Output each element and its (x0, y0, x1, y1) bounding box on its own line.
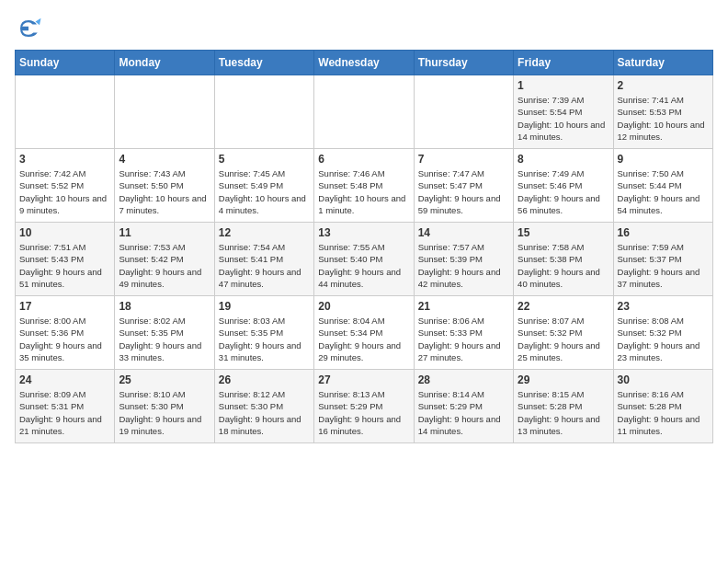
day-number: 2 (618, 79, 709, 92)
day-cell: 9Sunrise: 7:50 AM Sunset: 5:44 PM Daylig… (613, 149, 712, 223)
day-cell: 19Sunrise: 8:03 AM Sunset: 5:35 PM Dayli… (214, 296, 313, 370)
day-info: Sunrise: 8:16 AM Sunset: 5:28 PM Dayligh… (618, 388, 709, 437)
weekday-header-saturday: Saturday (613, 51, 712, 75)
day-number: 27 (318, 373, 409, 386)
weekday-header-thursday: Thursday (414, 51, 513, 75)
day-info: Sunrise: 8:02 AM Sunset: 5:35 PM Dayligh… (119, 315, 210, 363)
day-cell: 30Sunrise: 8:16 AM Sunset: 5:28 PM Dayli… (613, 370, 712, 443)
day-number: 24 (19, 373, 110, 386)
day-cell: 14Sunrise: 7:57 AM Sunset: 5:39 PM Dayli… (414, 223, 513, 296)
day-info: Sunrise: 7:43 AM Sunset: 5:50 PM Dayligh… (119, 167, 210, 216)
day-info: Sunrise: 8:04 AM Sunset: 5:34 PM Dayligh… (318, 315, 409, 363)
day-cell: 4Sunrise: 7:43 AM Sunset: 5:50 PM Daylig… (115, 149, 214, 223)
day-cell: 2Sunrise: 7:41 AM Sunset: 5:53 PM Daylig… (613, 75, 712, 149)
week-row-1: 1Sunrise: 7:39 AM Sunset: 5:54 PM Daylig… (16, 75, 713, 149)
day-number: 8 (518, 153, 609, 166)
day-cell: 5Sunrise: 7:45 AM Sunset: 5:49 PM Daylig… (214, 149, 313, 223)
day-info: Sunrise: 7:46 AM Sunset: 5:48 PM Dayligh… (318, 167, 409, 216)
day-number: 12 (219, 226, 310, 239)
day-number: 14 (418, 226, 509, 239)
day-cell (16, 75, 115, 149)
day-cell: 8Sunrise: 7:49 AM Sunset: 5:46 PM Daylig… (514, 149, 613, 223)
day-cell: 10Sunrise: 7:51 AM Sunset: 5:43 PM Dayli… (16, 223, 115, 296)
week-row-4: 17Sunrise: 8:00 AM Sunset: 5:36 PM Dayli… (16, 296, 713, 370)
day-cell: 26Sunrise: 8:12 AM Sunset: 5:30 PM Dayli… (214, 370, 313, 443)
day-number: 9 (618, 153, 709, 166)
week-row-5: 24Sunrise: 8:09 AM Sunset: 5:31 PM Dayli… (16, 370, 713, 443)
day-cell: 25Sunrise: 8:10 AM Sunset: 5:30 PM Dayli… (115, 370, 214, 443)
day-info: Sunrise: 7:39 AM Sunset: 5:54 PM Dayligh… (518, 94, 609, 143)
day-number: 28 (418, 373, 509, 386)
weekday-header-row: SundayMondayTuesdayWednesdayThursdayFrid… (16, 51, 713, 75)
day-number: 11 (119, 226, 210, 239)
day-info: Sunrise: 8:07 AM Sunset: 5:32 PM Dayligh… (518, 315, 609, 363)
day-cell: 17Sunrise: 8:00 AM Sunset: 5:36 PM Dayli… (16, 296, 115, 370)
day-cell: 24Sunrise: 8:09 AM Sunset: 5:31 PM Dayli… (16, 370, 115, 443)
day-cell: 1Sunrise: 7:39 AM Sunset: 5:54 PM Daylig… (514, 75, 613, 149)
day-number: 3 (19, 153, 110, 166)
day-number: 5 (219, 153, 310, 166)
day-cell: 12Sunrise: 7:54 AM Sunset: 5:41 PM Dayli… (214, 223, 313, 296)
day-info: Sunrise: 8:15 AM Sunset: 5:28 PM Dayligh… (518, 388, 609, 437)
day-info: Sunrise: 8:13 AM Sunset: 5:29 PM Dayligh… (318, 388, 409, 437)
day-number: 25 (119, 373, 210, 386)
day-info: Sunrise: 8:06 AM Sunset: 5:33 PM Dayligh… (418, 315, 509, 363)
day-cell: 3Sunrise: 7:42 AM Sunset: 5:52 PM Daylig… (16, 149, 115, 223)
day-cell: 15Sunrise: 7:58 AM Sunset: 5:38 PM Dayli… (514, 223, 613, 296)
day-info: Sunrise: 7:47 AM Sunset: 5:47 PM Dayligh… (418, 167, 509, 216)
day-number: 10 (19, 226, 110, 239)
day-number: 1 (518, 79, 609, 92)
weekday-header-sunday: Sunday (16, 51, 115, 75)
day-cell: 16Sunrise: 7:59 AM Sunset: 5:37 PM Dayli… (613, 223, 712, 296)
day-info: Sunrise: 8:12 AM Sunset: 5:30 PM Dayligh… (219, 388, 310, 437)
day-cell: 6Sunrise: 7:46 AM Sunset: 5:48 PM Daylig… (314, 149, 414, 223)
calendar-body: 1Sunrise: 7:39 AM Sunset: 5:54 PM Daylig… (16, 75, 713, 443)
day-number: 4 (119, 153, 210, 166)
weekday-header-friday: Friday (514, 51, 613, 75)
day-info: Sunrise: 7:54 AM Sunset: 5:41 PM Dayligh… (219, 241, 310, 290)
day-info: Sunrise: 7:50 AM Sunset: 5:44 PM Dayligh… (618, 167, 709, 216)
day-info: Sunrise: 7:49 AM Sunset: 5:46 PM Dayligh… (518, 167, 609, 216)
day-cell: 18Sunrise: 8:02 AM Sunset: 5:35 PM Dayli… (115, 296, 214, 370)
day-cell: 29Sunrise: 8:15 AM Sunset: 5:28 PM Dayli… (514, 370, 613, 443)
day-number: 18 (119, 300, 210, 313)
week-row-2: 3Sunrise: 7:42 AM Sunset: 5:52 PM Daylig… (16, 149, 713, 223)
day-info: Sunrise: 7:59 AM Sunset: 5:37 PM Dayligh… (618, 241, 709, 290)
day-number: 30 (618, 373, 709, 386)
day-info: Sunrise: 8:00 AM Sunset: 5:36 PM Dayligh… (19, 315, 110, 363)
day-cell: 23Sunrise: 8:08 AM Sunset: 5:32 PM Dayli… (613, 296, 712, 370)
day-info: Sunrise: 7:41 AM Sunset: 5:53 PM Dayligh… (618, 94, 709, 143)
day-cell: 20Sunrise: 8:04 AM Sunset: 5:34 PM Dayli… (314, 296, 414, 370)
day-info: Sunrise: 7:58 AM Sunset: 5:38 PM Dayligh… (518, 241, 609, 290)
day-number: 23 (618, 300, 709, 313)
weekday-header-wednesday: Wednesday (314, 51, 414, 75)
logo (15, 15, 46, 42)
day-cell (214, 75, 313, 149)
weekday-header-tuesday: Tuesday (214, 51, 313, 75)
day-number: 16 (618, 226, 709, 239)
day-info: Sunrise: 8:10 AM Sunset: 5:30 PM Dayligh… (119, 388, 210, 437)
calendar-table: SundayMondayTuesdayWednesdayThursdayFrid… (15, 50, 713, 443)
day-info: Sunrise: 7:53 AM Sunset: 5:42 PM Dayligh… (119, 241, 210, 290)
day-info: Sunrise: 7:51 AM Sunset: 5:43 PM Dayligh… (19, 241, 110, 290)
day-cell: 21Sunrise: 8:06 AM Sunset: 5:33 PM Dayli… (414, 296, 513, 370)
day-cell (314, 75, 414, 149)
calendar-header: SundayMondayTuesdayWednesdayThursdayFrid… (16, 51, 713, 75)
day-info: Sunrise: 8:09 AM Sunset: 5:31 PM Dayligh… (19, 388, 110, 437)
day-number: 7 (418, 153, 509, 166)
day-info: Sunrise: 7:42 AM Sunset: 5:52 PM Dayligh… (19, 167, 110, 216)
day-cell: 27Sunrise: 8:13 AM Sunset: 5:29 PM Dayli… (314, 370, 414, 443)
day-cell: 7Sunrise: 7:47 AM Sunset: 5:47 PM Daylig… (414, 149, 513, 223)
day-number: 22 (518, 300, 609, 313)
day-info: Sunrise: 8:03 AM Sunset: 5:35 PM Dayligh… (219, 315, 310, 363)
day-info: Sunrise: 8:08 AM Sunset: 5:32 PM Dayligh… (618, 315, 709, 363)
day-number: 20 (318, 300, 409, 313)
day-number: 13 (318, 226, 409, 239)
day-info: Sunrise: 7:57 AM Sunset: 5:39 PM Dayligh… (418, 241, 509, 290)
day-info: Sunrise: 7:45 AM Sunset: 5:49 PM Dayligh… (219, 167, 310, 216)
day-info: Sunrise: 8:14 AM Sunset: 5:29 PM Dayligh… (418, 388, 509, 437)
weekday-header-monday: Monday (115, 51, 214, 75)
day-cell: 11Sunrise: 7:53 AM Sunset: 5:42 PM Dayli… (115, 223, 214, 296)
day-info: Sunrise: 7:55 AM Sunset: 5:40 PM Dayligh… (318, 241, 409, 290)
logo-icon (15, 15, 42, 42)
